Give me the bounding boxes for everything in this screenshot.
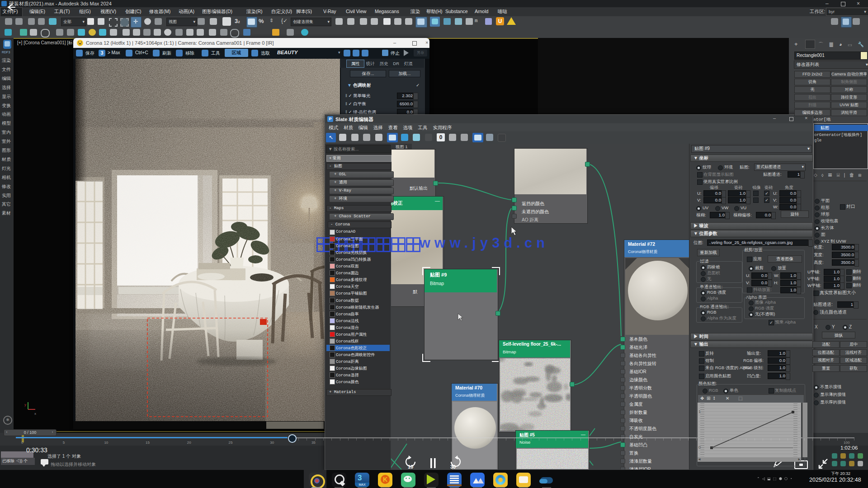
svg-text:10: 10 xyxy=(408,464,413,469)
svg-text:x: x xyxy=(34,412,36,416)
svg-text:y: y xyxy=(24,403,26,407)
svg-text:30: 30 xyxy=(450,464,456,469)
